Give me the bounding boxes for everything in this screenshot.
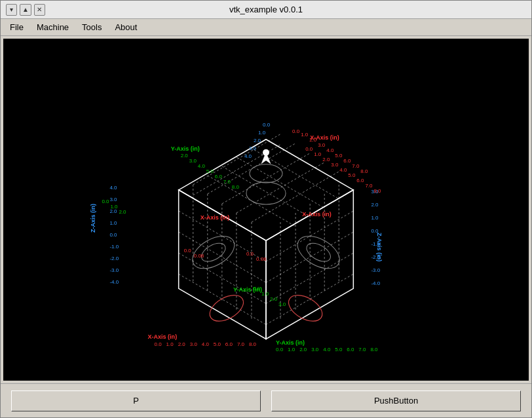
svg-text:3.0: 3.0 (189, 158, 197, 164)
svg-text:5.0: 5.0 (348, 172, 356, 178)
svg-text:8.0: 8.0 (360, 168, 368, 174)
svg-text:4.0: 4.0 (339, 167, 347, 173)
menu-bar: File Machine Tools About (1, 19, 531, 36)
svg-text:0.0: 0.0 (276, 347, 284, 352)
svg-text:1.0: 1.0 (301, 132, 309, 138)
vtk-viewport[interactable]: X-Axis (in) 0.0 1.0 2.0 3.0 4.0 5.0 6.0 … (3, 39, 529, 381)
svg-text:-3.0: -3.0 (109, 267, 119, 273)
svg-text:2.0: 2.0 (254, 138, 261, 143)
svg-text:2.0: 2.0 (322, 157, 330, 162)
svg-text:-4.0: -4.0 (109, 279, 119, 285)
svg-text:5.0: 5.0 (335, 347, 343, 352)
svg-text:4.0: 4.0 (323, 347, 331, 352)
svg-text:-3.0: -3.0 (371, 267, 380, 273)
svg-text:4.0: 4.0 (244, 153, 252, 159)
svg-text:0.0: 0.0 (263, 122, 271, 128)
svg-text:Y-Axis (in): Y-Axis (in) (276, 339, 305, 346)
svg-text:-4.0: -4.0 (371, 280, 380, 286)
menu-about[interactable]: About (108, 21, 143, 33)
svg-text:2.0: 2.0 (181, 153, 189, 159)
svg-text:0.08: 0.08 (256, 256, 267, 262)
menu-tools[interactable]: Tools (75, 21, 108, 33)
svg-text:5.0: 5.0 (206, 168, 214, 174)
svg-text:X-Axis (in): X-Axis (in) (148, 333, 178, 340)
svg-text:4.0: 4.0 (326, 147, 334, 153)
svg-text:3.0: 3.0 (311, 347, 319, 352)
svg-text:8.0: 8.0 (249, 341, 257, 347)
svg-text:X-Axis (in): X-Axis (in) (200, 214, 230, 221)
bottom-bar: P PushButton (1, 383, 531, 417)
svg-text:-2.0: -2.0 (109, 256, 119, 261)
svg-point-39 (263, 149, 269, 156)
window-title: vtk_example v0.0.1 (45, 5, 487, 14)
svg-text:0.08: 0.08 (194, 253, 204, 259)
minimize-button[interactable]: ▾ (6, 4, 17, 16)
svg-text:3.0: 3.0 (331, 162, 339, 168)
close-button[interactable]: ✕ (34, 4, 45, 16)
svg-text:2.0: 2.0 (119, 209, 126, 215)
svg-text:6.0: 6.0 (215, 174, 223, 180)
svg-text:-2.0: -2.0 (371, 254, 380, 260)
svg-text:1.0: 1.0 (166, 341, 174, 347)
svg-text:Z-Axis (in): Z-Axis (in) (90, 204, 96, 233)
svg-text:-1.0: -1.0 (371, 241, 380, 247)
svg-text:3.0: 3.0 (109, 197, 117, 202)
svg-text:3.0: 3.0 (318, 142, 326, 148)
main-window: ▾ ▲ ✕ vtk_example v0.0.1 File Machine To… (0, 0, 532, 418)
svg-text:0.0: 0.0 (305, 146, 313, 152)
svg-text:7.0: 7.0 (365, 183, 373, 189)
svg-text:0.0: 0.0 (292, 128, 300, 134)
svg-text:5.0: 5.0 (214, 341, 221, 347)
svg-text:1.0: 1.0 (258, 130, 266, 136)
svg-text:2.0: 2.0 (178, 341, 186, 347)
svg-text:7.0: 7.0 (237, 341, 245, 347)
svg-text:X-Axis (in): X-Axis (in) (302, 211, 332, 218)
svg-text:2.0: 2.0 (270, 296, 278, 302)
svg-text:4.0: 4.0 (198, 163, 206, 169)
svg-text:0.0: 0.0 (109, 232, 117, 238)
svg-text:2.0: 2.0 (109, 208, 117, 214)
svg-text:0.0: 0.0 (371, 228, 379, 234)
svg-text:5.0: 5.0 (335, 153, 343, 159)
svg-text:0.0: 0.0 (102, 199, 109, 204)
svg-text:1.0: 1.0 (109, 220, 117, 226)
svg-text:3.0: 3.0 (249, 145, 257, 151)
svg-text:0.0: 0.0 (246, 251, 254, 257)
svg-text:1.0: 1.0 (314, 151, 322, 157)
svg-text:1.0: 1.0 (371, 215, 379, 221)
restore-button[interactable]: ▲ (20, 4, 31, 16)
svg-text:3.0: 3.0 (190, 341, 198, 347)
svg-text:6.0: 6.0 (343, 158, 351, 164)
svg-text:4.0: 4.0 (202, 341, 210, 347)
svg-text:0.0: 0.0 (253, 286, 261, 292)
pushbutton-button[interactable]: PushButton (271, 390, 521, 411)
svg-text:8.0: 8.0 (370, 347, 378, 352)
svg-text:Y-Axis (in): Y-Axis (in) (171, 145, 200, 152)
svg-text:6.0: 6.0 (225, 341, 233, 347)
svg-text:8.0: 8.0 (232, 184, 240, 190)
svg-text:1.0: 1.0 (261, 291, 269, 297)
svg-text:7.0: 7.0 (352, 163, 360, 169)
svg-text:2.0: 2.0 (309, 137, 317, 143)
svg-text:0.0: 0.0 (155, 341, 162, 347)
svg-text:2.0: 2.0 (299, 347, 307, 352)
svg-text:6.0: 6.0 (347, 347, 354, 352)
svg-text:2.0: 2.0 (371, 202, 379, 208)
menu-file[interactable]: File (3, 21, 30, 33)
svg-text:8.0: 8.0 (373, 188, 381, 194)
svg-text:0.0: 0.0 (184, 248, 192, 254)
menu-machine[interactable]: Machine (30, 21, 75, 33)
svg-text:7.0: 7.0 (223, 179, 231, 185)
p-button[interactable]: P (11, 390, 261, 411)
svg-text:7.0: 7.0 (358, 347, 366, 352)
svg-text:1.0: 1.0 (288, 347, 295, 352)
svg-text:3.0: 3.0 (278, 301, 286, 307)
title-bar: ▾ ▲ ✕ vtk_example v0.0.1 (1, 1, 531, 19)
svg-text:6.0: 6.0 (356, 178, 364, 183)
svg-text:4.0: 4.0 (109, 185, 117, 191)
svg-text:-1.0: -1.0 (109, 244, 119, 250)
